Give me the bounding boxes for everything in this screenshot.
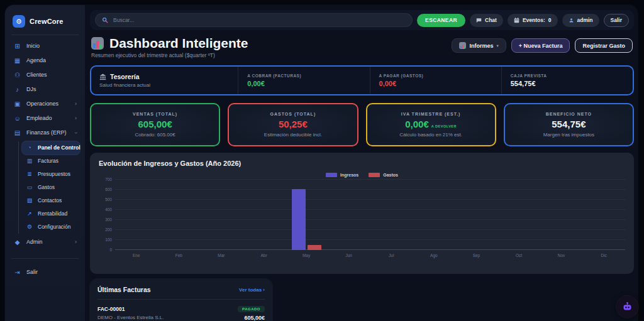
sidebar-item-operaciones[interactable]: ▣Operaciones› (10, 97, 80, 111)
bar-chart-icon (459, 42, 466, 49)
sidebar-item-panel-de-control[interactable]: ◔Panel de Control (22, 141, 80, 155)
events-button[interactable]: Eventos: 0 (508, 14, 558, 27)
x-tick-label: Oct (497, 253, 540, 258)
sidebar-item-salir[interactable]: ⇥Salir (10, 265, 80, 280)
app-name: CrewCore (30, 18, 64, 25)
sidebar-item-gastos[interactable]: ▭Gastos (22, 181, 80, 194)
invoice-row-bottom: DEMO - Eventos Estrella S.L.605,00€ (97, 315, 265, 321)
kpi-value: 554,75€ (552, 119, 586, 129)
sidebar-item-clientes[interactable]: ⚇Clientes (10, 68, 80, 82)
kpi-subtext: Margen tras impuestos (543, 132, 594, 138)
sidebar-item-presupuestos[interactable]: ≣Presupuestos (22, 168, 80, 181)
bar-chart-icon (91, 37, 104, 50)
user-circle-icon: ☺ (13, 116, 21, 122)
invoice-status-badge: PAGADO (238, 306, 265, 312)
treasury-title: Tesorería (110, 73, 140, 80)
scan-button[interactable]: ESCANEAR (417, 14, 465, 27)
legend-swatch (326, 173, 337, 177)
sidebar-item-rentabilidad[interactable]: ↗Rentabilidad (22, 207, 80, 220)
bars-layer (115, 180, 625, 250)
chatbot-fab-button[interactable] (616, 296, 638, 318)
invoice-row[interactable]: FAC-00001PAGADODEMO - Eventos Estrella S… (97, 300, 265, 321)
calendar-icon (514, 18, 519, 23)
sidebar-item-label: Contactos (38, 198, 62, 204)
chevron-down-icon: ▾ (496, 43, 498, 48)
kpi-value: 605,00€ (138, 119, 172, 129)
chat-button[interactable]: Chat (470, 14, 503, 27)
sidebar-item-label: DJs (26, 87, 36, 92)
month-slot-dic (582, 180, 625, 250)
invoice-amount: 605,00€ (244, 315, 265, 321)
sidebar-item-label: Configuración (38, 224, 70, 230)
sidebar-item-contactos[interactable]: ▧Contactos (22, 194, 80, 207)
search-box[interactable] (95, 13, 413, 27)
search-input[interactable] (112, 16, 406, 24)
kpi-label: IVA TRIMESTRE (EST.) (401, 112, 461, 116)
month-slot-mar (200, 180, 243, 250)
music-icon: ♪ (13, 87, 21, 93)
chart-legend: IngresosGastos (99, 173, 625, 177)
metric-label: CAJA PREVISTA (511, 73, 624, 78)
kpi-label: VENTAS (TOTAL) (133, 112, 177, 116)
bar-gastos-may[interactable] (308, 245, 321, 250)
legend-gastos: Gastos (369, 173, 398, 177)
x-tick-label: Dic (582, 253, 625, 258)
page-subtitle: Resumen ejecutivo del trimestre actual (… (91, 52, 248, 58)
y-tick-label: 200 (105, 228, 112, 232)
bank-icon (99, 73, 106, 80)
sidebar-item-inicio[interactable]: ⊞Inicio (10, 39, 80, 53)
bar-ingresos-may[interactable] (292, 189, 306, 250)
kpi-card-iva-trimestre-est: IVA TRIMESTRE (EST.)0,00€A DEVOLVERCálcu… (366, 103, 496, 146)
chevron-right-icon: › (75, 101, 77, 107)
chart-plot-area: 0100200300400500600700 (115, 180, 625, 250)
user-button[interactable]: admin (562, 14, 599, 27)
nueva-factura-button[interactable]: + Nueva Factura (511, 38, 570, 53)
sidebar-item-label: Facturas (38, 158, 58, 164)
metric-value: 0,00€ (379, 80, 492, 87)
view-all-invoices-link[interactable]: Ver todas › (239, 287, 265, 293)
kpi-value-row: 0,00€A DEVOLVER (405, 119, 457, 129)
topbar-logout-button[interactable]: Salir (604, 14, 629, 27)
registrar-gasto-button[interactable]: Registrar Gasto (575, 38, 633, 53)
kpi-value: 0,00€ (405, 119, 429, 129)
app-logo[interactable]: ⚙ CrewCore (5, 11, 85, 35)
kpi-value-row: 554,75€ (552, 119, 586, 129)
y-tick-label: 400 (105, 208, 112, 212)
kpi-value-suffix: A DEVOLVER (431, 124, 457, 128)
month-slot-oct (497, 180, 540, 250)
sidebar-item-label: Rentabilidad (38, 211, 67, 217)
y-tick-label: 600 (105, 188, 112, 192)
x-tick-label: Sep (455, 253, 498, 258)
invoice-client: DEMO - Eventos Estrella S.L. (97, 315, 164, 321)
sidebar-item-djs[interactable]: ♪DJs (10, 82, 80, 97)
x-tick-label: Mar (200, 253, 243, 258)
budget-icon: ≣ (26, 171, 33, 177)
treasury-metric-a-pagar-gastos: A PAGAR (GASTOS)0,00€ (370, 67, 501, 94)
user-icon (569, 18, 574, 23)
gear-logo-icon: ⚙ (13, 15, 25, 28)
sidebar-item-configuracion[interactable]: ⚙Configuración (22, 220, 80, 234)
sidebar: ⚙ CrewCore ⊞Inicio▦Agenda⚇Clientes♪DJs▣O… (5, 5, 85, 321)
sidebar-nav: ⊞Inicio▦Agenda⚇Clientes♪DJs▣Operaciones›… (5, 35, 85, 249)
invoices-list: FAC-00001PAGADODEMO - Eventos Estrella S… (97, 300, 265, 321)
sidebar-item-label: Gastos (38, 185, 55, 190)
informes-dropdown-button[interactable]: Informes ▾ (452, 38, 506, 53)
sidebar-item-empleado[interactable]: ☺Empleado› (10, 111, 80, 126)
month-slot-jun (328, 180, 370, 250)
sidebar-item-facturas[interactable]: ▥Facturas (22, 155, 80, 168)
legend-label: Gastos (383, 173, 398, 177)
kpi-subtext: Cobrado: 605.00€ (135, 132, 175, 138)
sidebar-item-agenda[interactable]: ▦Agenda (10, 53, 80, 68)
kpi-label: GASTOS (TOTAL) (270, 112, 316, 116)
calendar-icon: ▦ (13, 58, 21, 64)
main-content: ESCANEAR Chat Eventos: 0 admin Salir (85, 5, 638, 321)
sidebar-item-label: Finanzas (ERP) (26, 130, 67, 136)
y-tick-label: 300 (105, 218, 112, 222)
invoice-row-top: FAC-00001PAGADO (97, 306, 265, 312)
sidebar-item-label: Inicio (26, 43, 40, 49)
chat-bubble-icon (476, 18, 482, 23)
sidebar-item-finanzas-erp[interactable]: ▤Finanzas (ERP)› (10, 126, 80, 140)
bank-icon: ▤ (13, 130, 21, 136)
y-tick-label: 500 (105, 198, 112, 202)
sidebar-item-admin[interactable]: ◆Admin› (10, 235, 80, 249)
